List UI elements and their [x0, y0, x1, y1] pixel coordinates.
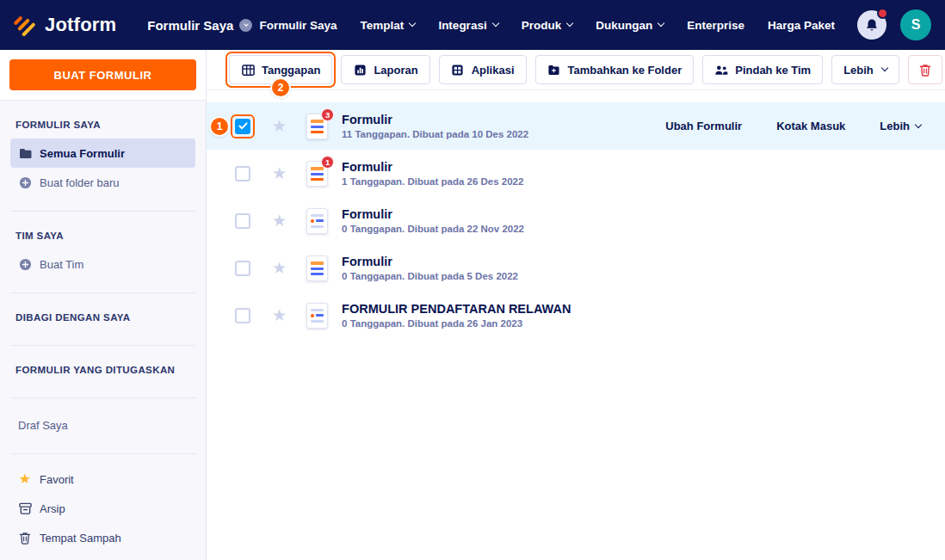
favorite-star-icon[interactable]: ★ [272, 260, 287, 276]
form-checkbox[interactable] [235, 308, 250, 323]
favorite-star-icon[interactable]: ★ [272, 307, 287, 323]
nav-products[interactable]: Produk [522, 19, 573, 32]
more-button[interactable]: Lebih [831, 55, 899, 84]
bell-icon [865, 18, 879, 33]
user-avatar[interactable]: S [900, 9, 931, 40]
sidebar-item-trash[interactable]: Tempat Sampah [10, 523, 195, 552]
form-title[interactable]: Formulir [342, 160, 523, 174]
workspace-label: Formulir Saya [147, 18, 233, 33]
chevron-down-icon [491, 20, 498, 27]
form-text: FORMULIR PENDAFTARAN RELAWAN 0 Tanggapan… [342, 302, 571, 329]
nav-support[interactable]: Dukungan [596, 19, 664, 32]
sidebar-item-create-team[interactable]: Buat Tim [10, 249, 195, 279]
form-checkbox[interactable] [235, 166, 250, 182]
notifications-button[interactable] [857, 10, 886, 40]
sidebar-bottom: ★ Favorit Arsip [0, 454, 206, 560]
reports-button[interactable]: Laporan [341, 55, 429, 84]
my-team-heading: TIM SAYA [15, 231, 190, 241]
report-chart-icon [353, 64, 367, 77]
annotation-step-1: 1 [211, 118, 228, 135]
annotation-step-2: 2 [272, 79, 289, 96]
form-title[interactable]: Formulir [342, 255, 518, 268]
form-row[interactable]: ★ 1 Formulir 1 Tanggapan. Dibuat pada 26… [207, 150, 945, 197]
create-form-button[interactable]: BUAT FORMULIR [9, 59, 196, 90]
sidebar-item-shared-with-me[interactable]: DIBAGI DENGAN SAYA [15, 312, 190, 323]
row-actions: Ubah Formulir Kotak Masuk Lebih [665, 120, 921, 132]
form-meta: 1 Tanggapan. Dibuat pada 26 Des 2022 [342, 176, 523, 187]
app-root: Jotform Formulir Saya Formulir Saya Temp… [0, 0, 945, 560]
sidebar-item-assigned-forms[interactable]: FORMULIR YANG DITUGASKAN [15, 365, 190, 375]
sidebar: BUAT FORMULIR FORMULIR SAYA Semua Formul… [0, 50, 207, 560]
nav-my-forms[interactable]: Formulir Saya [260, 19, 337, 32]
jotform-logo-text: Jotform [45, 14, 116, 36]
chevron-down-icon [566, 20, 573, 27]
checkbox-cell [235, 213, 250, 229]
form-meta: 0 Tanggapan. Dibuat pada 22 Nov 2022 [342, 224, 524, 234]
add-to-folder-button[interactable]: Tambahkan ke Folder [535, 55, 695, 84]
folder-icon [18, 148, 32, 159]
form-text: Formulir 0 Tanggapan. Dibuat pada 5 Des … [342, 255, 518, 281]
workspace-switcher[interactable]: Formulir Saya [147, 18, 252, 33]
form-title[interactable]: Formulir [342, 113, 528, 126]
nav-pricing[interactable]: Harga Paket [768, 19, 835, 32]
folder-plus-icon [547, 64, 561, 77]
jotform-logo[interactable]: Jotform [12, 12, 116, 38]
body-wrap: BUAT FORMULIR FORMULIR SAYA Semua Formul… [0, 50, 945, 560]
sidebar-section-my-forms: FORMULIR SAYA Semua Formulir [10, 101, 195, 212]
nav-enterprise[interactable]: Enterprise [687, 19, 744, 32]
jotform-logo-icon [12, 12, 38, 38]
row-more-link[interactable]: Lebih [880, 120, 921, 132]
form-row[interactable]: ★ FORMULIR PENDAFTARAN RELAWAN 0 Tanggap… [207, 292, 945, 339]
sidebar-item-label: Semua Formulir [40, 147, 125, 160]
form-checkbox[interactable] [235, 261, 250, 276]
nav-integrations[interactable]: Integrasi [438, 19, 497, 32]
favorite-star-icon[interactable]: ★ [272, 118, 287, 134]
favorite-star-icon[interactable]: ★ [272, 212, 287, 229]
sidebar-item-all-forms[interactable]: Semua Formulir [10, 138, 195, 168]
sidebar-item-favorites[interactable]: ★ Favorit [10, 465, 195, 494]
form-text: Formulir 11 Tanggapan. Dibuat pada 10 De… [342, 113, 528, 139]
sidebar-section-assigned: FORMULIR YANG DITUGASKAN [10, 346, 195, 398]
sidebar-item-label: Buat folder baru [40, 176, 120, 189]
team-icon [714, 64, 728, 77]
inbox-link[interactable]: Kotak Masuk [776, 120, 845, 132]
form-meta: 0 Tanggapan. Dibuat pada 5 Des 2022 [342, 271, 518, 281]
chevron-down-icon [409, 20, 416, 27]
edit-form-link[interactable]: Ubah Formulir [665, 120, 742, 132]
delete-button[interactable] [908, 55, 942, 84]
sidebar-section-drafts: Draf Saya [10, 398, 195, 454]
form-thumbnail-icon [306, 208, 328, 234]
form-meta: 11 Tanggapan. Dibuat pada 10 Des 2022 [342, 129, 528, 139]
trash-icon [918, 64, 932, 77]
checkbox-cell: 1 [235, 119, 250, 134]
sidebar-item-label: Arsip [40, 502, 65, 515]
sidebar-item-label: Draf Saya [18, 419, 68, 432]
form-row[interactable]: ★ Formulir 0 Tanggapan. Dibuat pada 22 N… [207, 197, 945, 244]
form-list: 1 ★ 3 [207, 90, 945, 339]
response-count-badge: 3 [321, 108, 334, 121]
my-forms-heading: FORMULIR SAYA [15, 120, 190, 130]
form-checkbox[interactable] [235, 213, 250, 229]
form-row[interactable]: 1 ★ 3 [207, 102, 945, 150]
form-thumbnail-icon [306, 303, 328, 329]
form-checkbox[interactable] [235, 119, 250, 134]
sidebar-item-archive[interactable]: Arsip [10, 494, 195, 523]
responses-button-wrap: Tanggapan 2 [229, 55, 332, 84]
chevron-down-icon [915, 120, 922, 127]
form-text: Formulir 0 Tanggapan. Dibuat pada 22 Nov… [342, 207, 524, 234]
main-nav: Formulir Saya Templat Integrasi Produk D… [260, 19, 835, 32]
form-row[interactable]: ★ Formulir 0 Tanggapan. Dibuat pada 5 De… [207, 244, 945, 292]
sidebar-item-new-folder[interactable]: Buat folder baru [10, 168, 195, 197]
form-title[interactable]: Formulir [342, 207, 524, 221]
trash-icon [18, 532, 32, 545]
move-to-team-button[interactable]: Pindah ke Tim [702, 55, 823, 84]
nav-templates[interactable]: Templat [361, 19, 416, 32]
sidebar-item-drafts[interactable]: Draf Saya [10, 410, 195, 440]
plus-circle-icon [18, 258, 32, 271]
favorite-star-icon[interactable]: ★ [272, 165, 287, 182]
response-count-badge: 1 [321, 156, 334, 169]
chevron-down-icon [881, 65, 888, 71]
checkbox-cell [235, 261, 250, 276]
apps-button[interactable]: Aplikasi [439, 55, 527, 84]
form-title[interactable]: FORMULIR PENDAFTARAN RELAWAN [342, 302, 571, 316]
